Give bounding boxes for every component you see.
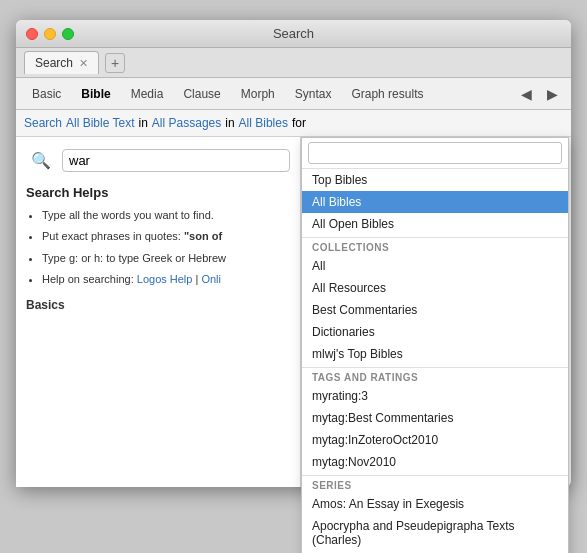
helps-title: Search Helps bbox=[26, 185, 290, 200]
in-label: in bbox=[139, 116, 148, 130]
list-item: Help on searching: Logos Help | Onli bbox=[42, 272, 290, 287]
toolbar-morph[interactable]: Morph bbox=[233, 85, 283, 103]
search-filter-bar: Search All Bible Text in All Passages in… bbox=[16, 110, 571, 137]
dropdown-item[interactable]: mytag:InZoteroOct2010 bbox=[302, 429, 568, 451]
dropdown-search-input[interactable] bbox=[308, 142, 562, 164]
dropdown-item[interactable]: mytag:Nov2010 bbox=[302, 451, 568, 473]
dropdown-search-row bbox=[302, 138, 568, 169]
toolbar: Basic Bible Media Clause Morph Syntax Gr… bbox=[16, 78, 571, 110]
toolbar-basic[interactable]: Basic bbox=[24, 85, 69, 103]
nav-forward-button[interactable]: ▶ bbox=[541, 83, 563, 105]
search-input[interactable] bbox=[62, 149, 290, 172]
for-label: for bbox=[292, 116, 306, 130]
tab-close-icon[interactable]: ✕ bbox=[79, 57, 88, 70]
dropdown-item[interactable]: Apocrypha and Pseudepigrapha Texts (Char… bbox=[302, 515, 568, 551]
dropdown-section-label: TAGS AND RATINGS bbox=[302, 367, 568, 385]
dropdown-item[interactable]: Dictionaries bbox=[302, 321, 568, 343]
dropdown-item[interactable]: myrating:3 bbox=[302, 385, 568, 407]
dropdown-pane: Top BiblesAll BiblesAll Open BiblesCOLLE… bbox=[301, 137, 569, 553]
basics-heading: Basics bbox=[26, 298, 290, 312]
helps-list: Type all the words you want to find. Put… bbox=[26, 208, 290, 288]
search-link[interactable]: Search bbox=[24, 116, 62, 130]
content-area: 🔍 Search Helps Type all the words you wa… bbox=[16, 137, 571, 487]
maximize-button[interactable] bbox=[62, 28, 74, 40]
tab-bar: Search ✕ + bbox=[16, 48, 571, 78]
list-item: Put exact phrases in quotes: "son of bbox=[42, 229, 290, 244]
minimize-button[interactable] bbox=[44, 28, 56, 40]
logos-help-link[interactable]: Logos Help bbox=[137, 273, 193, 285]
search-icon: 🔍 bbox=[26, 145, 56, 175]
toolbar-media[interactable]: Media bbox=[123, 85, 172, 103]
dropdown-item[interactable]: Top Bibles bbox=[302, 169, 568, 191]
window-title: Search bbox=[273, 26, 314, 41]
tab-search-label: Search bbox=[35, 56, 73, 70]
all-bibles-link[interactable]: All Bibles bbox=[239, 116, 288, 130]
helps-section: Search Helps Type all the words you want… bbox=[26, 185, 290, 312]
toolbar-graph[interactable]: Graph results bbox=[343, 85, 431, 103]
close-button[interactable] bbox=[26, 28, 38, 40]
toolbar-syntax[interactable]: Syntax bbox=[287, 85, 340, 103]
tab-search[interactable]: Search ✕ bbox=[24, 51, 99, 74]
nav-back-button[interactable]: ◀ bbox=[515, 83, 537, 105]
traffic-lights bbox=[26, 28, 74, 40]
all-passages-link[interactable]: All Passages bbox=[152, 116, 221, 130]
title-bar: Search bbox=[16, 20, 571, 48]
dropdown-item[interactable]: All Resources bbox=[302, 277, 568, 299]
all-bible-text-link[interactable]: All Bible Text bbox=[66, 116, 134, 130]
in-label2: in bbox=[225, 116, 234, 130]
main-window: Search Search ✕ + Basic Bible Media Clau… bbox=[16, 20, 571, 487]
new-tab-button[interactable]: + bbox=[105, 53, 125, 73]
list-item: Type g: or h: to type Greek or Hebrew bbox=[42, 251, 290, 266]
dropdown-item[interactable]: mytag:Best Commentaries bbox=[302, 407, 568, 429]
dropdown-item[interactable]: mlwj's Top Bibles bbox=[302, 343, 568, 365]
toolbar-nav: ◀ ▶ bbox=[515, 83, 563, 105]
toolbar-clause[interactable]: Clause bbox=[175, 85, 228, 103]
dropdown-item[interactable]: All bbox=[302, 255, 568, 277]
dropdown-section-label: SERIES bbox=[302, 475, 568, 493]
toolbar-bible[interactable]: Bible bbox=[73, 85, 118, 103]
dropdown-section-label: COLLECTIONS bbox=[302, 237, 568, 255]
left-pane: 🔍 Search Helps Type all the words you wa… bbox=[16, 137, 301, 487]
dropdown-list: Top BiblesAll BiblesAll Open BiblesCOLLE… bbox=[302, 169, 568, 553]
online-help-link[interactable]: Onli bbox=[201, 273, 221, 285]
dropdown-item[interactable]: All Open Bibles bbox=[302, 213, 568, 235]
search-input-row: 🔍 bbox=[26, 145, 290, 175]
list-item: Type all the words you want to find. bbox=[42, 208, 290, 223]
dropdown-item[interactable]: All Bibles bbox=[302, 191, 568, 213]
dropdown-item[interactable]: Amos: An Essay in Exegesis bbox=[302, 493, 568, 515]
dropdown-item[interactable]: Best Commentaries bbox=[302, 299, 568, 321]
